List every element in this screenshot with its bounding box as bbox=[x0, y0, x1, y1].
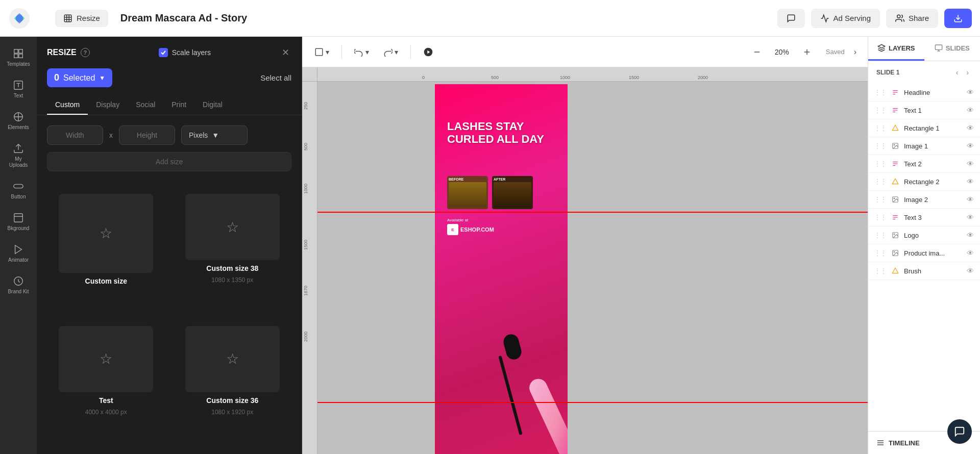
available-group: Available at E ESHOP.COM bbox=[447, 218, 494, 235]
canvas-viewport[interactable]: LASHES STAYCURLED ALL DAY BEFORE AFTER bbox=[317, 82, 868, 454]
visibility-image1[interactable]: 👁 bbox=[967, 142, 974, 150]
sidebar-item-text[interactable]: Text bbox=[2, 74, 35, 104]
visibility-rect2[interactable]: 👁 bbox=[967, 178, 974, 186]
tab-display[interactable]: Display bbox=[88, 95, 128, 115]
sidebar-item-button[interactable]: Button bbox=[2, 175, 35, 205]
layers-panel: LAYERS SLIDES SLIDE 1 ‹ › ⋮⋮ Headline bbox=[868, 37, 980, 454]
slide-next-button[interactable]: › bbox=[963, 67, 972, 78]
redo-button[interactable]: ▾ bbox=[379, 43, 402, 61]
layer-item-headline[interactable]: ⋮⋮ Headline 👁 bbox=[868, 84, 980, 102]
sidebar-item-uploads[interactable]: My Uploads bbox=[2, 138, 35, 173]
uploads-label: My Uploads bbox=[6, 156, 31, 168]
close-panel-button[interactable]: ✕ bbox=[280, 45, 291, 60]
canvas-nav-next[interactable]: › bbox=[851, 44, 860, 60]
help-icon[interactable]: ? bbox=[81, 48, 90, 57]
layer-item-image1[interactable]: ⋮⋮ Image 1 👁 bbox=[868, 137, 980, 155]
layer-item-rect1[interactable]: ⋮⋮ Rectangle 1 👁 bbox=[868, 119, 980, 137]
chat-bubble-button[interactable] bbox=[947, 419, 972, 444]
tab-digital[interactable]: Digital bbox=[194, 95, 231, 115]
layer-name-text2: Text 2 bbox=[904, 160, 963, 168]
layer-item-image2[interactable]: ⋮⋮ Image 2 👁 bbox=[868, 191, 980, 209]
sidebar-item-animator[interactable]: Animator bbox=[2, 239, 35, 268]
comment-button[interactable] bbox=[777, 9, 805, 28]
selected-badge[interactable]: 0 Selected ▼ bbox=[47, 68, 112, 87]
play-button[interactable] bbox=[419, 43, 437, 61]
ruler-vertical: 250 500 1000 1500 1670 2000 bbox=[302, 82, 317, 454]
share-button[interactable]: Share bbox=[886, 9, 938, 28]
tab-custom[interactable]: Custom bbox=[47, 95, 88, 115]
sidebar-item-templates[interactable]: Templates bbox=[2, 43, 35, 72]
template-card-custom[interactable]: ☆ Custom size bbox=[47, 194, 165, 318]
layer-item-logo[interactable]: ⋮⋮ Logo 👁 bbox=[868, 226, 980, 244]
scale-layers-checkbox[interactable] bbox=[159, 48, 168, 57]
tab-slides[interactable]: SLIDES bbox=[924, 37, 981, 61]
image-type-icon-product bbox=[891, 248, 900, 258]
drag-handle-image2: ⋮⋮ bbox=[874, 196, 887, 203]
unit-select[interactable]: Pixels ▼ bbox=[181, 125, 248, 145]
template-thumb-36: ☆ bbox=[185, 326, 280, 392]
template-card-38[interactable]: ☆ Custom size 38 1080 x 1350 px bbox=[174, 194, 292, 318]
layer-item-rect2[interactable]: ⋮⋮ Rectangle 2 👁 bbox=[868, 173, 980, 191]
scale-layers-group: Scale layers bbox=[159, 48, 211, 57]
app-logo[interactable] bbox=[8, 7, 31, 30]
tab-social[interactable]: Social bbox=[128, 95, 163, 115]
visibility-headline[interactable]: 👁 bbox=[967, 88, 974, 96]
tab-layers[interactable]: LAYERS bbox=[868, 37, 924, 61]
layer-item-brush[interactable]: ⋮⋮ Brush 👁 bbox=[868, 262, 980, 280]
zoom-out-button[interactable] bbox=[748, 43, 766, 61]
visibility-product[interactable]: 👁 bbox=[967, 249, 974, 257]
svg-rect-15 bbox=[14, 214, 23, 222]
undo-button[interactable]: ▾ bbox=[350, 43, 373, 61]
layer-name-product: Product ima... bbox=[904, 249, 963, 257]
guide-line-bottom bbox=[317, 402, 868, 403]
drag-handle-rect1: ⋮⋮ bbox=[874, 124, 887, 132]
scale-layers-label: Scale layers bbox=[172, 48, 211, 57]
ad-serving-button[interactable]: Ad Serving bbox=[811, 9, 880, 28]
layer-item-text2[interactable]: ⋮⋮ Text 2 👁 bbox=[868, 155, 980, 173]
template-card-36[interactable]: ☆ Custom size 36 1080 x 1920 px bbox=[174, 326, 292, 444]
layer-name-logo: Logo bbox=[904, 232, 963, 239]
sidebar-item-background[interactable]: Bkground bbox=[2, 207, 35, 237]
layer-item-text1[interactable]: ⋮⋮ Text 1 👁 bbox=[868, 102, 980, 119]
layer-item-text3[interactable]: ⋮⋮ Text 3 👁 bbox=[868, 209, 980, 226]
download-button[interactable] bbox=[944, 9, 972, 28]
text-type-icon-headline bbox=[891, 88, 900, 97]
menu-button[interactable] bbox=[39, 8, 47, 28]
layer-item-product[interactable]: ⋮⋮ Product ima... 👁 bbox=[868, 244, 980, 262]
add-size-button[interactable]: Add size bbox=[47, 152, 291, 171]
drag-handle-text3: ⋮⋮ bbox=[874, 214, 887, 221]
height-input[interactable] bbox=[119, 125, 175, 145]
visibility-text1[interactable]: 👁 bbox=[967, 106, 974, 114]
svg-rect-9 bbox=[14, 54, 18, 58]
visibility-text3[interactable]: 👁 bbox=[967, 213, 974, 221]
width-input[interactable] bbox=[47, 125, 103, 145]
star-icon: ☆ bbox=[100, 225, 112, 242]
after-label: AFTER bbox=[494, 178, 505, 181]
drag-handle-text2: ⋮⋮ bbox=[874, 160, 887, 167]
visibility-brush[interactable]: 👁 bbox=[967, 267, 974, 275]
visibility-logo[interactable]: 👁 bbox=[967, 231, 974, 239]
svg-rect-10 bbox=[19, 54, 22, 58]
visibility-text2[interactable]: 👁 bbox=[967, 160, 974, 168]
sidebar-item-elements[interactable]: Elements bbox=[2, 106, 35, 136]
drag-handle-image1: ⋮⋮ bbox=[874, 142, 887, 149]
after-eye-img bbox=[494, 182, 531, 208]
slide-prev-button[interactable]: ‹ bbox=[953, 67, 962, 78]
sidebar-item-brand-kit[interactable]: Brand Kit bbox=[2, 270, 35, 300]
ruler-mark-1500: 1500 bbox=[629, 75, 639, 80]
tab-print[interactable]: Print bbox=[163, 95, 194, 115]
zoom-in-button[interactable] bbox=[798, 43, 816, 61]
frame-tool-button[interactable]: ▾ bbox=[310, 43, 333, 61]
select-all-button[interactable]: Select all bbox=[260, 73, 291, 82]
ruler-side-mark-500: 500 bbox=[303, 143, 308, 150]
star-icon-test: ☆ bbox=[100, 350, 112, 367]
svg-point-5 bbox=[897, 15, 900, 18]
left-sidebar: Templates Text Elements My Uploads Butto… bbox=[0, 37, 37, 454]
share-label: Share bbox=[909, 14, 929, 22]
visibility-image2[interactable]: 👁 bbox=[967, 195, 974, 204]
svg-rect-8 bbox=[19, 49, 22, 53]
ad-canvas[interactable]: LASHES STAYCURLED ALL DAY BEFORE AFTER bbox=[435, 84, 568, 454]
visibility-rect1[interactable]: 👁 bbox=[967, 124, 974, 132]
resize-button[interactable]: Resize bbox=[55, 10, 108, 27]
template-card-test[interactable]: ☆ Test 4000 x 4000 px bbox=[47, 326, 165, 444]
